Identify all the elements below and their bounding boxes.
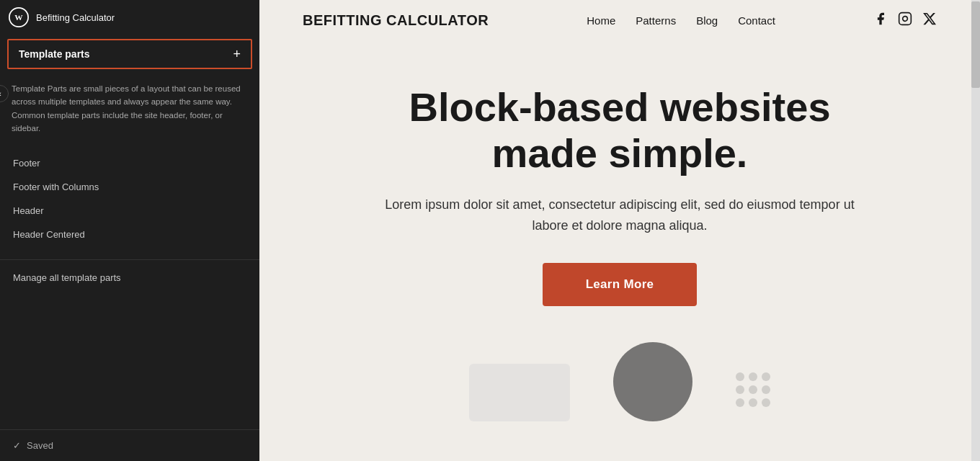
dot — [762, 385, 770, 394]
instagram-icon[interactable] — [898, 12, 912, 30]
saved-check-icon: ✓ — [13, 440, 21, 451]
dot — [736, 385, 744, 394]
add-template-part-button[interactable]: + — [233, 48, 241, 61]
scrollbar-track[interactable] — [971, 0, 980, 461]
nav-contact[interactable]: Contact — [738, 14, 775, 27]
back-arrow-icon: ‹ — [0, 89, 1, 98]
list-item-footer[interactable]: Footer — [0, 151, 259, 175]
social-icons — [873, 12, 937, 30]
dot — [749, 372, 757, 381]
list-item-header[interactable]: Header — [0, 199, 259, 223]
list-item-footer-columns[interactable]: Footer with Columns — [0, 175, 259, 199]
card-placeholder — [469, 364, 570, 421]
facebook-icon[interactable] — [873, 12, 888, 30]
hero-title: Block-based websites made simple. — [368, 84, 872, 177]
dot — [762, 372, 770, 381]
list-item-header-centered[interactable]: Header Centered — [0, 223, 259, 246]
svg-rect-2 — [899, 13, 912, 25]
nav-home[interactable]: Home — [587, 14, 615, 27]
sidebar-footer: ✓ Saved — [0, 429, 259, 461]
dot — [749, 385, 757, 394]
nav-blog[interactable]: Blog — [696, 14, 718, 27]
circle-placeholder — [613, 342, 692, 421]
site-brand: BEFITTING CALCULATOR — [303, 12, 489, 29]
nav-patterns[interactable]: Patterns — [636, 14, 676, 27]
saved-label: Saved — [27, 440, 53, 451]
site-header: BEFITTING CALCULATOR Home Patterns Blog … — [259, 0, 980, 41]
dot — [762, 398, 770, 407]
sidebar-topbar: W Befitting Calculator — [0, 0, 259, 35]
template-parts-title: Template parts — [19, 48, 90, 60]
sidebar-divider — [0, 259, 259, 260]
dot — [736, 372, 744, 381]
hero-section: Block-based websites made simple. Lorem … — [259, 41, 980, 335]
sidebar: W Befitting Calculator ‹ Template parts … — [0, 0, 259, 461]
learn-more-button[interactable]: Learn More — [543, 263, 698, 306]
site-nav: Home Patterns Blog Contact — [587, 14, 775, 27]
site-title: Befitting Calculator — [36, 12, 115, 23]
site-preview: BEFITTING CALCULATOR Home Patterns Blog … — [259, 0, 980, 461]
template-parts-list: Footer Footer with Columns Header Header… — [0, 144, 259, 254]
dots-grid — [736, 372, 770, 407]
preview-bottom-decoration — [259, 342, 980, 421]
template-parts-description: Template Parts are small pieces of a lay… — [0, 73, 259, 144]
scrollbar-thumb[interactable] — [971, 1, 980, 88]
twitter-icon[interactable] — [922, 12, 937, 30]
manage-template-parts-link[interactable]: Manage all template parts — [0, 266, 259, 290]
dot — [749, 398, 757, 407]
svg-text:W: W — [14, 13, 23, 22]
template-parts-header: Template parts + — [7, 39, 252, 69]
wordpress-logo-icon: W — [9, 7, 29, 27]
dot — [736, 398, 744, 407]
hero-subtitle: Lorem ipsum dolor sit amet, consectetur … — [382, 194, 858, 237]
